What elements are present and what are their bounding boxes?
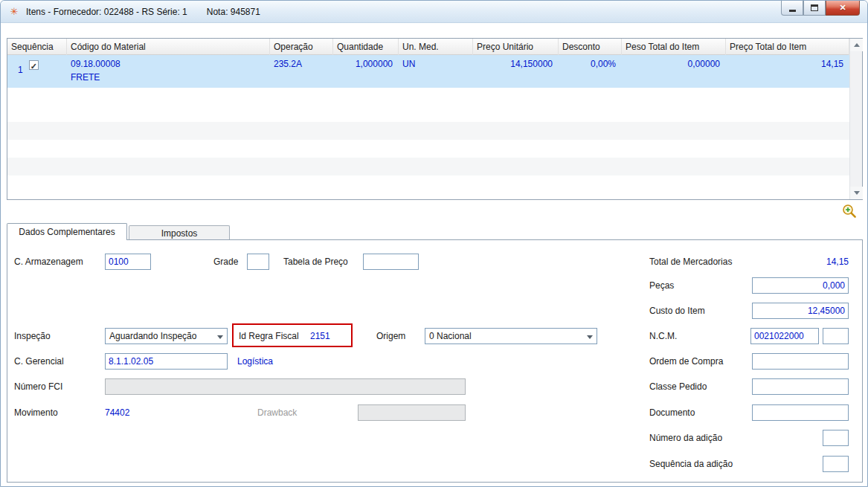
codigo-material-value: 09.18.00008 <box>71 57 266 71</box>
grade-input[interactable] <box>247 254 269 270</box>
close-icon <box>839 4 846 12</box>
movimento-value: 74402 <box>105 407 129 418</box>
material-descricao: FRETE <box>71 71 266 84</box>
window-controls <box>781 1 860 16</box>
ordem-compra-label: Ordem de Compra <box>649 356 723 367</box>
c-armazenagem-input[interactable] <box>105 254 151 270</box>
cell-preco-total: 14,15 <box>726 55 849 88</box>
inspecao-label: Inspeção <box>14 331 51 341</box>
inspecao-select[interactable]: Aguardando Inspeção <box>105 328 228 344</box>
ncm-label: N.C.M. <box>649 331 677 341</box>
movimento-label: Movimento <box>14 407 58 418</box>
maximize-icon <box>811 4 818 11</box>
scroll-down-button[interactable] <box>850 187 863 199</box>
col-header-quantidade[interactable]: Quantidade <box>333 39 399 55</box>
col-header-desconto[interactable]: Desconto <box>559 39 622 55</box>
tabela-preco-label: Tabela de Preço <box>283 257 348 267</box>
c-gerencial-label: C. Gerencial <box>14 356 64 367</box>
cell-sequencia: 1 <box>7 55 67 88</box>
row-checkbox-checked[interactable] <box>29 60 39 70</box>
numero-fci-input <box>105 378 466 395</box>
chevron-down-icon <box>217 335 223 339</box>
numero-adicao-label: Número da adição <box>649 433 722 443</box>
col-header-sequencia[interactable]: Sequência <box>7 39 67 55</box>
sequencia-adicao-label: Sequência da adição <box>649 459 733 469</box>
pecas-label: Peças <box>649 280 674 291</box>
origem-label: Origem <box>376 331 405 341</box>
minimize-icon <box>789 10 796 12</box>
magnifier-plus-icon <box>841 203 858 219</box>
cell-preco-unitario: 14,150000 <box>473 55 559 88</box>
app-icon: ✳ <box>8 6 20 18</box>
c-gerencial-description: Logística <box>237 356 273 367</box>
close-button[interactable] <box>826 1 860 16</box>
id-regra-fiscal-label: Id Regra Fiscal <box>239 331 299 341</box>
chevron-down-icon <box>587 335 593 339</box>
zoom-button[interactable] <box>841 203 858 219</box>
c-gerencial-input[interactable] <box>105 353 228 370</box>
sequencia-adicao-input[interactable] <box>823 456 849 472</box>
origem-select[interactable]: 0 Nacional <box>425 328 597 344</box>
custo-item-input[interactable] <box>752 303 849 319</box>
tab-dados-complementares-label: Dados Complementares <box>19 227 115 237</box>
pecas-input[interactable] <box>752 277 849 294</box>
app-window: ✳ Itens - Fornecedor: 022488 - RS Série:… <box>0 0 868 487</box>
title-bar[interactable]: ✳ Itens - Fornecedor: 022488 - RS Série:… <box>1 1 867 23</box>
ncm-ex-input[interactable] <box>823 328 849 344</box>
cell-codigo-material: 09.18.00008 FRETE <box>67 55 270 88</box>
cell-desconto: 0,00% <box>559 55 622 88</box>
tab-impostos-label: Impostos <box>161 228 198 239</box>
tab-impostos[interactable]: Impostos <box>129 225 230 240</box>
documento-input[interactable] <box>752 404 849 421</box>
sequencia-value: 1 <box>18 65 23 75</box>
tab-dados-complementares[interactable]: Dados Complementares <box>7 223 127 240</box>
numero-adicao-input[interactable] <box>823 430 849 446</box>
window-title-nota: Nota: 945871 <box>207 7 260 17</box>
ncm-input[interactable] <box>750 328 819 344</box>
scroll-up-button[interactable] <box>850 39 863 51</box>
c-armazenagem-label: C. Armazenagem <box>14 257 83 267</box>
maximize-button[interactable] <box>803 1 826 16</box>
custo-item-label: Custo do Item <box>649 306 705 316</box>
items-grid: Sequência Código do Material Operação Qu… <box>7 38 863 200</box>
col-header-preco-unitario[interactable]: Preço Unitário <box>473 39 559 55</box>
grid-vertical-scrollbar[interactable] <box>849 39 862 199</box>
grid-empty-row <box>7 158 849 175</box>
arrow-up-icon <box>854 43 860 47</box>
grade-label: Grade <box>213 257 238 267</box>
cell-operacao: 235.2A <box>270 55 333 88</box>
col-header-operacao[interactable]: Operação <box>270 39 333 55</box>
cell-peso-total: 0,00000 <box>622 55 726 88</box>
arrow-down-icon <box>854 191 860 195</box>
cell-quantidade: 1,000000 <box>333 55 399 88</box>
total-mercadorias-value: 14,15 <box>752 257 849 267</box>
id-regra-fiscal-value: 2151 <box>310 331 330 341</box>
numero-fci-label: Número FCI <box>14 381 62 392</box>
classe-pedido-input[interactable] <box>752 378 849 395</box>
minimize-button[interactable] <box>781 1 803 16</box>
ordem-compra-input[interactable] <box>752 353 849 370</box>
col-header-peso-total[interactable]: Peso Total do Item <box>622 39 726 55</box>
tabela-preco-input[interactable] <box>363 254 419 270</box>
drawback-label: Drawback <box>257 407 297 418</box>
inspecao-selected-value: Aguardando Inspeção <box>109 331 196 341</box>
classe-pedido-label: Classe Pedido <box>649 381 707 392</box>
col-header-un-med[interactable]: Un. Med. <box>399 39 473 55</box>
col-header-codigo-material[interactable]: Código do Material <box>67 39 270 55</box>
grid-header: Sequência Código do Material Operação Qu… <box>7 39 862 55</box>
col-header-preco-total[interactable]: Preço Total do Item <box>726 39 849 55</box>
total-mercadorias-label: Total de Mercadorias <box>649 257 732 267</box>
drawback-input <box>358 404 466 421</box>
table-row[interactable]: 1 09.18.00008 FRETE 235.2A 1,000000 UN 1… <box>7 55 862 88</box>
documento-label: Documento <box>649 407 695 418</box>
dados-complementares-panel: C. Armazenagem Grade Tabela de Preço Tot… <box>7 239 863 483</box>
window-title: Itens - Fornecedor: 022488 - RS Série: 1 <box>26 7 187 17</box>
cell-un-med: UN <box>399 55 473 88</box>
origem-selected-value: 0 Nacional <box>429 331 472 341</box>
grid-empty-row <box>7 122 849 140</box>
